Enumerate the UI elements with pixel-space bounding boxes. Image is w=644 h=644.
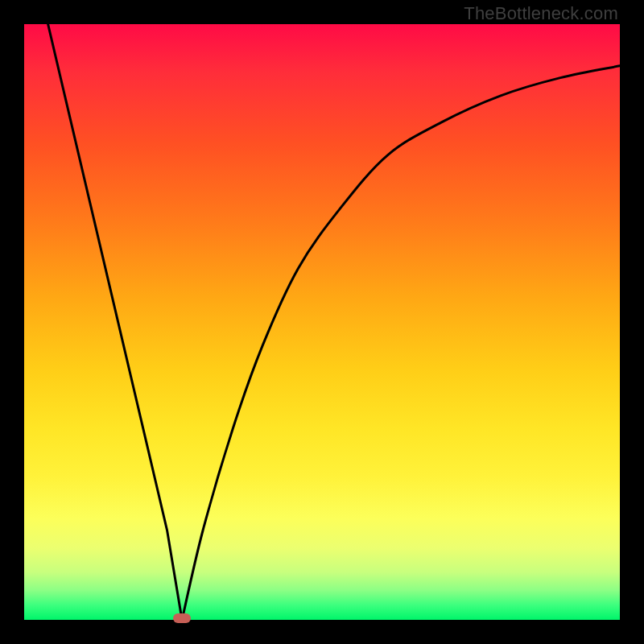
chart-frame: TheBottleneck.com — [0, 0, 644, 644]
curve-svg — [24, 24, 620, 620]
curve-right — [182, 66, 620, 620]
plot-area — [24, 24, 620, 620]
curve-left — [48, 24, 183, 620]
watermark-label: TheBottleneck.com — [464, 3, 618, 24]
min-marker — [173, 613, 191, 623]
